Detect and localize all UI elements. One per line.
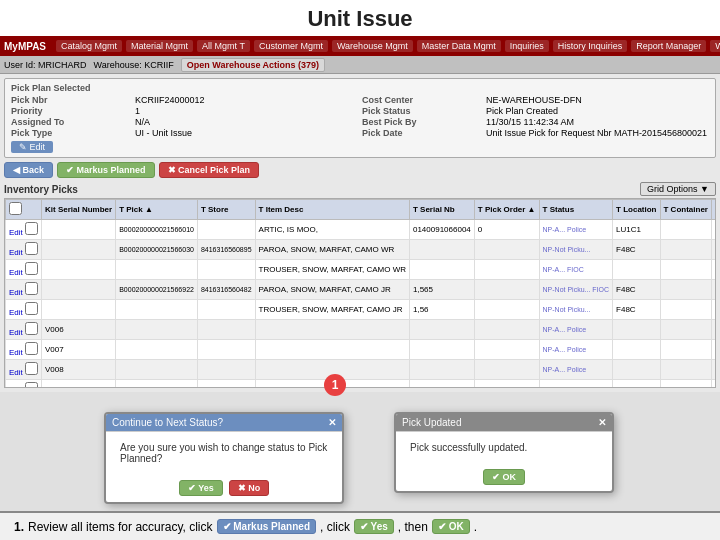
col-header-kit: Kit Serial Number [42, 200, 116, 220]
row-serial: 1,565 [409, 280, 474, 300]
nav-item-allmgmt[interactable]: All Mgmt T [197, 40, 250, 52]
pick-date-label: Pick Date [362, 128, 482, 138]
row-actions[interactable]: Edit [6, 360, 42, 380]
cost-center-value: NE-WAREHOUSE-DFN [486, 95, 709, 105]
edit-link[interactable]: Edit [9, 268, 23, 277]
col-header-status: T Status [539, 200, 613, 220]
row-store [197, 320, 255, 340]
row-location [613, 380, 660, 389]
step-number: 1. [14, 520, 24, 534]
edit-link[interactable]: Edit [9, 288, 23, 297]
grid-options-button[interactable]: Grid Options ▼ [640, 182, 716, 196]
edit-link[interactable]: Edit [9, 328, 23, 337]
row-kit: V008 [42, 360, 116, 380]
no-button[interactable]: ✖ No [229, 480, 270, 496]
row-actions[interactable]: Edit [6, 240, 42, 260]
row-location: F48C [613, 240, 660, 260]
row-actions[interactable]: Edit [6, 380, 42, 389]
table-wrapper[interactable]: Kit Serial Number T Pick ▲ T Store T Ite… [4, 198, 716, 388]
ok-button[interactable]: ✔ OK [483, 469, 525, 485]
continue-close-icon[interactable]: ✕ [328, 417, 336, 428]
instructions-box: Pick Plan Selected Pick Nbr KCRIIF240000… [4, 78, 716, 158]
row-pick [116, 320, 198, 340]
row-kit [42, 260, 116, 280]
edit-link[interactable]: Edit [9, 308, 23, 317]
mark-planned-inline-btn[interactable]: ✔ Markus Planned [217, 519, 316, 534]
edit-link[interactable]: Edit [9, 368, 23, 377]
nav-item-whAdmin[interactable]: Warehouse Admin [710, 40, 720, 52]
row-cond: A - Svc/o/vto Qual [711, 280, 716, 300]
ok-inline-btn[interactable]: ✔ OK [432, 519, 470, 534]
row-actions[interactable]: Edit [6, 320, 42, 340]
row-actions[interactable]: Edit [6, 220, 42, 240]
row-location: F48C [613, 280, 660, 300]
edit-link[interactable]: Edit [9, 348, 23, 357]
select-all-checkbox[interactable] [9, 202, 22, 215]
row-container [660, 380, 711, 389]
row-kit [42, 300, 116, 320]
row-cond [711, 360, 716, 380]
row-actions[interactable]: Edit [6, 300, 42, 320]
back-button[interactable]: ◀ Back [4, 162, 53, 178]
row-checkbox[interactable] [25, 262, 38, 275]
instructions-label: Pick Plan Selected [11, 83, 709, 93]
instruction-text-after: , then [398, 520, 428, 534]
nav-item-history[interactable]: History Inquiries [553, 40, 628, 52]
yes-inline-btn[interactable]: ✔ Yes [354, 519, 394, 534]
open-actions[interactable]: Open Warehouse Actions (379) [181, 58, 325, 72]
row-pick [116, 300, 198, 320]
edit-link[interactable]: Edit [9, 248, 23, 257]
row-cond [711, 340, 716, 360]
row-store [197, 220, 255, 240]
pick-updated-titlebar: Pick Updated ✕ [396, 414, 612, 432]
row-checkbox[interactable] [25, 242, 38, 255]
edit-button[interactable]: ✎ Edit [11, 141, 53, 153]
row-checkbox[interactable] [25, 322, 38, 335]
row-checkbox[interactable] [25, 382, 38, 388]
cancel-pick-plan-button[interactable]: ✖ Cancel Pick Plan [159, 162, 260, 178]
pick-nbr-value: KCRIIF24000012 [135, 95, 358, 105]
yes-button[interactable]: ✔ Yes [179, 480, 223, 496]
row-item [255, 380, 409, 389]
row-cond: A - Svc/o/vto Qual [711, 220, 716, 240]
mark-planned-button[interactable]: ✔ Markus Planned [57, 162, 155, 178]
assigned-to-label: Assigned To [11, 117, 131, 127]
row-item [255, 340, 409, 360]
nav-item-inquiries[interactable]: Inquiries [505, 40, 549, 52]
row-store [197, 300, 255, 320]
row-serial [409, 360, 474, 380]
row-checkbox[interactable] [25, 362, 38, 375]
row-cond [711, 320, 716, 340]
row-container [660, 320, 711, 340]
row-kit: V009 [42, 380, 116, 389]
row-checkbox[interactable] [25, 302, 38, 315]
row-serial [409, 260, 474, 280]
row-status: NP-Not Picku... FIOC [539, 280, 613, 300]
row-item: PAROA, SNOW, MARFAT, CAMO WR [255, 240, 409, 260]
cost-center-label: Cost Center [362, 95, 482, 105]
row-status: NP-A... Police [539, 320, 613, 340]
edit-link[interactable]: Edit [9, 228, 23, 237]
nav-item-warehouse[interactable]: Warehouse Mgmt [332, 40, 413, 52]
nav-item-catalog[interactable]: Catalog Mgmt [56, 40, 122, 52]
row-checkbox[interactable] [25, 342, 38, 355]
row-status: NP-Not Picku... [539, 240, 613, 260]
row-actions[interactable]: Edit [6, 280, 42, 300]
nav-item-masterdata[interactable]: Master Data Mgmt [417, 40, 501, 52]
col-header-serial: T Serial Nb [409, 200, 474, 220]
priority-label: Priority [11, 106, 131, 116]
nav-item-report[interactable]: Report Manager [631, 40, 706, 52]
row-actions[interactable]: Edit [6, 340, 42, 360]
nav-item-material[interactable]: Material Mgmt [126, 40, 193, 52]
row-serial: 0140091066004 [409, 220, 474, 240]
row-checkbox[interactable] [25, 222, 38, 235]
page-container: Unit Issue MyMPAS Catalog Mgmt Material … [0, 0, 720, 540]
row-pick: B000200000021566010 [116, 220, 198, 240]
row-checkbox[interactable] [25, 282, 38, 295]
row-actions[interactable]: Edit [6, 260, 42, 280]
continue-dialog-titlebar: Continue to Next Status? ✕ [106, 414, 342, 432]
nav-item-customer[interactable]: Customer Mgmt [254, 40, 328, 52]
pick-updated-close-icon[interactable]: ✕ [598, 417, 606, 428]
row-pick [116, 360, 198, 380]
row-kit: V007 [42, 340, 116, 360]
